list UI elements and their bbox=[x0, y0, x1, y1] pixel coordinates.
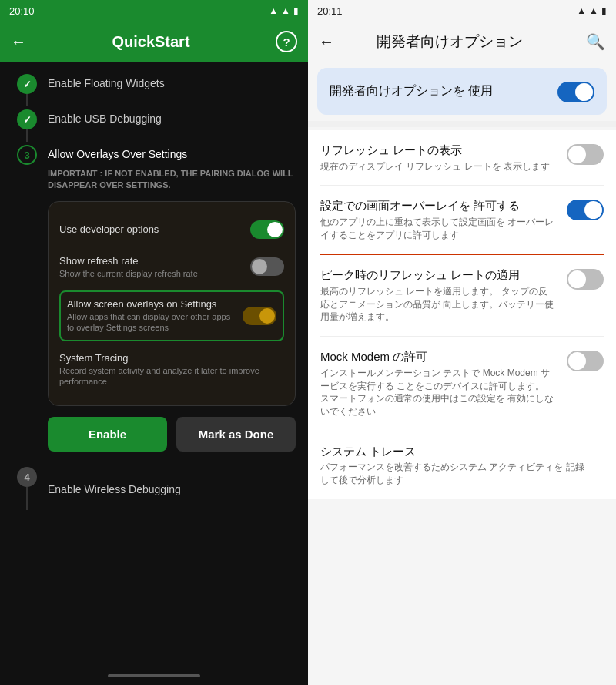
settings-row-peak-refresh-subtitle: 最高のリフレッシュ レートを適用します。 タップの反応とアニメーションの品質が … bbox=[320, 285, 554, 324]
mock-phone-card: Use developer options Show refresh rate … bbox=[48, 201, 296, 406]
settings-row-mock-modem[interactable]: Mock Modem の許可 インストールメンテーション テストで Mock M… bbox=[320, 337, 604, 431]
settings-row-system-tracing-text: システム トレース パフォーマンスを改善するためシステム アクティビティを 記録… bbox=[320, 444, 591, 487]
mock-row-2-label: Show refresh rate bbox=[59, 255, 198, 267]
status-icons-right: ▲ ▲ ▮ bbox=[577, 5, 607, 16]
mock-toggle-refresh-rate[interactable] bbox=[250, 257, 284, 276]
dev-options-header-card: 開発者向けオプションを 使用 bbox=[317, 68, 607, 115]
status-icons-left: ▲ ▲ ▮ bbox=[269, 5, 299, 16]
signal-icon: ▲ bbox=[281, 5, 290, 16]
settings-row-refresh-rate-subtitle: 現在のディスプレイ リフレッシュ レートを 表示します bbox=[320, 160, 554, 173]
step-2-line-container: ✓ bbox=[15, 109, 38, 142]
top-bar-left: ← QuickStart ? bbox=[0, 22, 308, 62]
step-3-circle: 3 bbox=[17, 145, 37, 165]
home-bar-container-left bbox=[0, 670, 308, 685]
mark-done-button[interactable]: Mark as Done bbox=[176, 417, 296, 452]
action-buttons: Enable Mark as Done bbox=[48, 417, 296, 452]
settings-section: リフレッシュ レートの表示 現在のディスプレイ リフレッシュ レートを 表示しま… bbox=[308, 130, 616, 499]
step-3-item: 3 Allow Overlays Over Settings bbox=[0, 145, 308, 165]
settings-row-overlays-subtitle: 他のアプリの上に重ねて表示して設定画面を オーバーレイすることをアプリに許可しま… bbox=[320, 216, 554, 242]
mock-row-3-label: Allow screen overlays on Settings bbox=[67, 298, 235, 310]
toggle-peak-refresh[interactable] bbox=[567, 269, 604, 290]
battery-icon-right: ▮ bbox=[601, 5, 607, 16]
mock-toggle-developer-options[interactable] bbox=[250, 220, 284, 239]
settings-row-overlays-title: 設定での画面オーバーレイを 許可する bbox=[320, 198, 554, 213]
mock-row-1-label: Use developer options bbox=[59, 223, 159, 235]
settings-row-mock-modem-title: Mock Modem の許可 bbox=[320, 349, 554, 364]
left-content: ✓ Enable Floating Widgets ✓ Enable USB D… bbox=[0, 62, 308, 670]
settings-row-peak-refresh-text: ピーク時のリフレッシュ レートの適用 最高のリフレッシュ レートを適用します。 … bbox=[320, 267, 554, 324]
settings-row-refresh-rate-text: リフレッシュ レートの表示 現在のディスプレイ リフレッシュ レートを 表示しま… bbox=[320, 143, 554, 173]
toggle-mock-modem[interactable] bbox=[567, 351, 604, 371]
step-4-label: Enable Wireless Debugging bbox=[48, 480, 181, 498]
mock-row-developer-options: Use developer options bbox=[59, 213, 284, 247]
dev-options-header-text: 開発者向けオプションを 使用 bbox=[330, 82, 557, 99]
signal-icon-right: ▲ bbox=[589, 5, 598, 16]
step-1-label: Enable Floating Widgets bbox=[48, 74, 165, 92]
step-1-circle: ✓ bbox=[17, 74, 37, 94]
mock-row-2-sublabel: Show the current display refresh rate bbox=[59, 268, 198, 279]
step-1-item: ✓ Enable Floating Widgets bbox=[0, 74, 308, 106]
step-2-item: ✓ Enable USB Debugging bbox=[0, 109, 308, 142]
settings-row-system-tracing-subtitle: パフォーマンスを改善するためシステム アクティビティを 記録して後で分析します bbox=[320, 461, 591, 487]
battery-icon: ▮ bbox=[293, 5, 299, 16]
mock-toggle-overlays[interactable] bbox=[243, 307, 276, 325]
time-left: 20:10 bbox=[9, 5, 35, 17]
step-1-connector bbox=[26, 94, 28, 106]
settings-row-system-tracing-title: システム トレース bbox=[320, 444, 591, 459]
settings-row-peak-refresh-title: ピーク時のリフレッシュ レートの適用 bbox=[320, 267, 554, 283]
help-button[interactable]: ? bbox=[276, 31, 297, 52]
home-bar-left bbox=[108, 674, 200, 677]
step-3-label: Allow Overlays Over Settings bbox=[48, 145, 187, 163]
settings-row-mock-modem-text: Mock Modem の許可 インストールメンテーション テストで Mock M… bbox=[320, 349, 554, 418]
step-2-circle: ✓ bbox=[17, 109, 37, 129]
step-2-label: Enable USB Debugging bbox=[48, 109, 162, 127]
search-button-right[interactable]: 🔍 bbox=[586, 32, 605, 51]
settings-row-system-tracing[interactable]: システム トレース パフォーマンスを改善するためシステム アクティビティを 記録… bbox=[320, 431, 604, 499]
mock-row-4-sublabel: Record system activity and analyze it la… bbox=[59, 365, 284, 388]
important-note: IMPORTANT : IF NOT ENABLED, THE PAIRING … bbox=[48, 168, 296, 192]
divider-1 bbox=[308, 121, 616, 127]
wifi-icon-right: ▲ bbox=[577, 5, 586, 16]
settings-row-overlays-text: 設定での画面オーバーレイを 許可する 他のアプリの上に重ねて表示して設定画面を … bbox=[320, 198, 554, 241]
mock-row-system-tracing: System Tracing Record system activity an… bbox=[59, 344, 284, 395]
step-4-line-container: 4 bbox=[15, 467, 38, 510]
top-bar-right: ← 開発者向けオプション 🔍 bbox=[308, 22, 616, 62]
step-1-line-container: ✓ bbox=[15, 74, 38, 106]
step-2-connector bbox=[26, 129, 28, 142]
step-4-circle: 4 bbox=[17, 467, 37, 487]
time-right: 20:11 bbox=[317, 5, 343, 17]
page-title-right: 開発者向けオプション bbox=[313, 32, 586, 52]
step-3-content: IMPORTANT : IF NOT ENABLED, THE PAIRING … bbox=[48, 168, 296, 452]
back-button-left[interactable]: ← bbox=[11, 33, 26, 51]
left-panel: 20:10 ▲ ▲ ▮ ← QuickStart ? ✓ Enable Floa… bbox=[0, 0, 308, 685]
settings-row-peak-refresh[interactable]: ピーク時のリフレッシュ レートの適用 最高のリフレッシュ レートを適用します。 … bbox=[320, 255, 604, 337]
mock-row-overlays: Allow screen overlays on Settings Allow … bbox=[59, 290, 284, 341]
step-4-item: 4 Enable Wireless Debugging bbox=[0, 461, 308, 516]
settings-row-refresh-rate-title: リフレッシュ レートの表示 bbox=[320, 143, 554, 158]
mock-row-3-sublabel: Allow apps that can display over other a… bbox=[67, 311, 235, 334]
status-bar-right: 20:11 ▲ ▲ ▮ bbox=[308, 0, 616, 22]
settings-row-overlays[interactable]: 設定での画面オーバーレイを 許可する 他のアプリの上に重ねて表示して設定画面を … bbox=[320, 186, 604, 255]
toggle-overlays[interactable] bbox=[567, 200, 604, 220]
step-4-connector bbox=[26, 487, 28, 510]
step-3-line-container: 3 bbox=[15, 145, 38, 165]
status-bar-left: 20:10 ▲ ▲ ▮ bbox=[0, 0, 308, 22]
dev-options-master-toggle[interactable] bbox=[557, 82, 594, 102]
settings-row-mock-modem-subtitle: インストールメンテーション テストで Mock Modem サービスを実行する … bbox=[320, 367, 554, 418]
enable-button[interactable]: Enable bbox=[48, 417, 167, 452]
mock-row-refresh-rate: Show refresh rate Show the current displ… bbox=[59, 247, 284, 287]
toggle-refresh-rate[interactable] bbox=[567, 144, 604, 165]
mock-row-4-label: System Tracing bbox=[59, 352, 284, 364]
right-content: 開発者向けオプションを 使用 リフレッシュ レートの表示 現在のディスプレイ リ… bbox=[308, 62, 616, 685]
wifi-icon: ▲ bbox=[269, 5, 278, 16]
settings-row-refresh-rate[interactable]: リフレッシュ レートの表示 現在のディスプレイ リフレッシュ レートを 表示しま… bbox=[320, 130, 604, 186]
page-title-left: QuickStart bbox=[112, 33, 189, 51]
right-panel: 20:11 ▲ ▲ ▮ ← 開発者向けオプション 🔍 開発者向けオプションを 使… bbox=[308, 0, 616, 685]
